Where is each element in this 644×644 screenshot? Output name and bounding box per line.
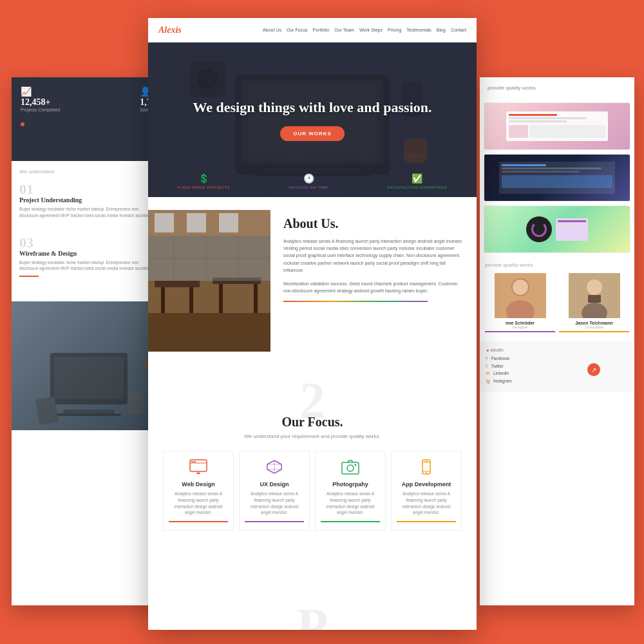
team-member-name: nne Schröder [485, 321, 555, 325]
navbar: Alexis About Us Our Focus Portfolio Our … [148, 18, 477, 43]
focus-cards: Web Design Analytics release series A fi… [161, 451, 464, 531]
item-line [19, 276, 39, 277]
team-line [559, 331, 629, 332]
photography-icon [321, 459, 380, 477]
svg-point-55 [355, 464, 357, 466]
item-text: Buyer strategy incubator niche market st… [19, 206, 158, 219]
nav-item-blog[interactable]: Blog [437, 28, 446, 32]
chart-icon: 📈 [21, 86, 60, 97]
card-line-webdesign [169, 521, 228, 522]
badge-label-3: SATISFACTION GURANTEED [387, 185, 447, 189]
about-para-1: Analytics release series A financing lau… [283, 238, 464, 274]
item-num: 03 [19, 236, 158, 250]
team-line [485, 331, 555, 332]
right-mockup: provide quality works. [480, 77, 634, 605]
badge-fixed-price: 💲 FIXED PRICE PROJECTS [178, 173, 230, 189]
svg-rect-2 [63, 410, 115, 413]
card-image [484, 103, 630, 149]
about-title: About Us. [283, 216, 464, 231]
team-member-role: Designer [485, 325, 555, 329]
left-dark-header: 📈 12,458+ Projects Completed 👤 1,79 Sati… [12, 77, 166, 161]
nav-item-portfolio[interactable]: Portfolio [313, 28, 330, 32]
left-bottom-image [12, 301, 166, 430]
badge-on-time: 🕐 RECEIVE ON TIME [289, 173, 328, 189]
footer-title: ● stealth [486, 348, 628, 352]
card-image [484, 155, 630, 201]
card-title-webdesign: Web Design [169, 481, 228, 488]
nav-item-contact[interactable]: Contact [451, 28, 466, 32]
item-title: Project Understanding [19, 196, 158, 204]
svg-rect-5 [128, 392, 144, 414]
team-row: nne Schröder Designer Jason Te [485, 273, 629, 332]
clock-icon: 🕐 [289, 173, 328, 184]
item-num: 01 [19, 182, 158, 196]
svg-point-59 [426, 472, 427, 473]
svg-rect-29 [187, 213, 206, 232]
list-item: 03 Wireframe & Design Buyer strategy inc… [19, 236, 158, 278]
social-links: f Facebook t Twitter in LinkedIn ig Inst… [486, 355, 554, 385]
svg-rect-47 [196, 473, 200, 474]
team-header-text: provide quality works. [485, 262, 629, 268]
svg-rect-56 [422, 460, 430, 474]
right-team-section: provide quality works. nne Schröder Desi… [480, 257, 634, 337]
focus-card-photography: Photogrpahy Analytics release series A f… [315, 451, 386, 531]
team-member-role: Consultant [559, 325, 629, 329]
about-section: About Us. Analytics release series A fin… [148, 197, 477, 365]
svg-rect-53 [342, 462, 359, 474]
card-text-appdev: Analytics release series A financing lau… [397, 491, 456, 516]
nav-links: About Us Our Focus Portfolio Our Team Wo… [263, 28, 466, 32]
card-line-appdev [397, 521, 456, 522]
nav-item-about[interactable]: About Us [263, 28, 281, 32]
svg-rect-45 [191, 461, 193, 462]
nav-item-worksteps[interactable]: Work Steps [359, 28, 383, 32]
hero-title: We design things with love and passion. [193, 99, 431, 117]
nav-item-focus[interactable]: Our Focus [287, 28, 308, 32]
stat1-label: Projects Completed [21, 108, 60, 112]
svg-point-12 [587, 279, 602, 295]
right-card-3 [484, 205, 630, 253]
dollar-icon: 💲 [178, 173, 230, 184]
avatar [495, 273, 546, 318]
avatar [569, 273, 620, 318]
svg-point-54 [347, 465, 354, 471]
svg-rect-36 [219, 284, 223, 313]
right-header-text: provide quality works. [480, 77, 634, 99]
svg-rect-37 [254, 284, 258, 313]
badge-label-2: RECEIVE ON TIME [289, 185, 328, 189]
card-text-webdesign: Analytics release series A financing lau… [169, 491, 228, 516]
focus-section: 2 Our Focus. We understand your requirem… [148, 365, 477, 546]
svg-rect-31 [148, 313, 270, 352]
web-design-icon [169, 459, 228, 477]
hero-section: We design things with love and passion. … [148, 43, 477, 197]
focus-card-webdesign: Web Design Analytics release series A fi… [163, 451, 234, 531]
svg-rect-3 [57, 413, 121, 416]
team-card-1: nne Schröder Designer [485, 273, 555, 332]
svg-rect-14 [588, 295, 601, 303]
ux-design-icon [245, 459, 304, 477]
about-decorative-line [283, 301, 428, 302]
card-line-uxdesign [245, 521, 304, 522]
svg-rect-34 [189, 287, 193, 313]
card-line-photography [321, 521, 380, 522]
hero-content: We design things with love and passion. … [193, 99, 431, 141]
nav-item-testimonials[interactable]: Testimonials [406, 28, 431, 32]
nav-logo: Alexis [158, 25, 182, 35]
bottom-section: P Portfolio section continues... [148, 546, 477, 630]
nav-item-team[interactable]: Our Team [334, 28, 354, 32]
about-image-inner [148, 210, 270, 352]
left-mockup: 📈 12,458+ Projects Completed 👤 1,79 Sati… [12, 77, 166, 605]
stat1-num: 12,458+ [21, 97, 60, 108]
svg-rect-60 [424, 461, 428, 462]
check-icon: ✅ [387, 173, 447, 184]
about-text: About Us. Analytics release series A fin… [270, 210, 477, 352]
list-item: 01 Project Understanding Buyer strategy … [19, 182, 158, 224]
left-section-title: We understand [19, 169, 158, 175]
nav-item-pricing[interactable]: Pricing [388, 28, 401, 32]
svg-rect-46 [194, 461, 196, 462]
hero-badges: 💲 FIXED PRICE PROJECTS 🕐 RECEIVE ON TIME… [148, 173, 477, 189]
svg-rect-28 [155, 213, 174, 232]
right-card-2 [484, 154, 630, 202]
card-title-uxdesign: UX Design [245, 481, 304, 488]
about-para-2: Monetization validation success. Seed ro… [283, 280, 464, 294]
our-works-button[interactable]: OUR WORKS [280, 126, 345, 141]
